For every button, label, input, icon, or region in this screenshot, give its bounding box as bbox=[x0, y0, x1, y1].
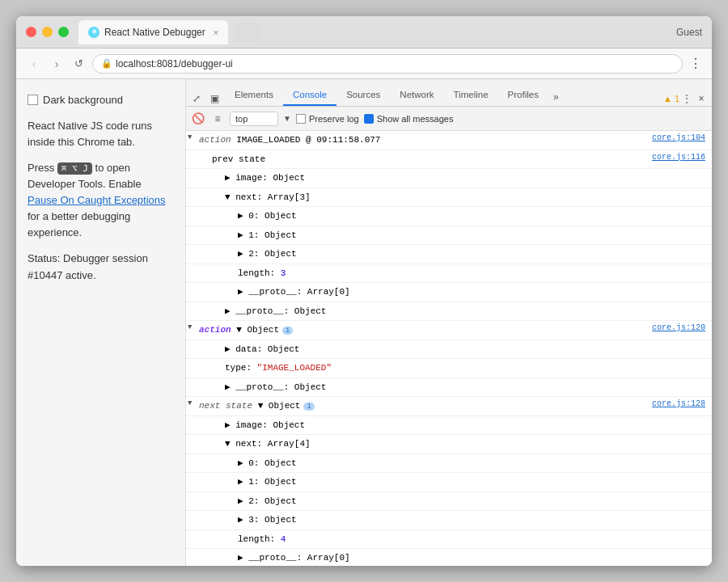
expand-toggle[interactable] bbox=[186, 549, 199, 554]
expand-toggle[interactable]: ▼ bbox=[186, 397, 199, 410]
expand-toggle[interactable] bbox=[186, 454, 199, 459]
tab-elements[interactable]: Elements bbox=[225, 85, 283, 106]
table-row[interactable]: ▶ __proto__: Array[0] bbox=[186, 283, 712, 302]
tab-network[interactable]: Network bbox=[390, 85, 443, 106]
table-row[interactable]: ▶ 2: Object bbox=[186, 245, 712, 264]
expand-toggle[interactable] bbox=[186, 492, 199, 497]
table-row[interactable]: ▶ 2: Object bbox=[186, 492, 712, 512]
entry-body: next state ▼ Objecti bbox=[199, 397, 645, 415]
expand-toggle[interactable] bbox=[186, 302, 199, 307]
minimize-button[interactable] bbox=[42, 27, 53, 37]
entry-body: ▶ 2: Object bbox=[199, 492, 712, 511]
tab-console[interactable]: Console bbox=[283, 85, 336, 106]
expand-toggle[interactable]: ▼ bbox=[186, 131, 199, 144]
reload-button[interactable]: ↺ bbox=[71, 57, 86, 71]
devtools-device-icon[interactable]: ▣ bbox=[207, 91, 222, 106]
expand-toggle[interactable] bbox=[186, 378, 199, 383]
table-row[interactable]: ▼ next: Array[4] bbox=[186, 435, 712, 454]
table-row[interactable]: ▶ image: Object bbox=[186, 416, 712, 436]
table-row[interactable]: ▶ __proto__: Object bbox=[186, 302, 712, 322]
dark-bg-toggle[interactable]: Dark background bbox=[28, 92, 174, 108]
pause-caught-link[interactable]: Pause On Caught Exceptions bbox=[28, 194, 166, 206]
expand-toggle[interactable] bbox=[186, 169, 199, 174]
expand-toggle[interactable] bbox=[186, 435, 199, 440]
console-clear-button[interactable]: 🚫 bbox=[191, 112, 205, 126]
table-row[interactable]: ▶ 0: Object bbox=[186, 207, 712, 226]
expand-toggle[interactable] bbox=[186, 245, 199, 250]
expand-toggle[interactable] bbox=[186, 511, 199, 516]
tab-sources[interactable]: Sources bbox=[336, 85, 390, 106]
warnings-badge[interactable]: ▲ 1 bbox=[663, 94, 679, 103]
table-row[interactable]: length: 3 bbox=[186, 264, 712, 284]
devtools-close-icon[interactable]: × bbox=[694, 91, 709, 106]
table-row[interactable]: ▶ data: Object bbox=[186, 340, 712, 360]
table-row[interactable]: length: 4 bbox=[186, 530, 712, 550]
keyboard-shortcut: ⌘ ⌥ J bbox=[57, 162, 92, 175]
maximize-button[interactable] bbox=[58, 27, 69, 37]
expand-toggle[interactable]: ▼ bbox=[186, 321, 199, 334]
entry-source[interactable]: core.js:120 bbox=[645, 321, 712, 335]
show-all-label[interactable]: Show all messages bbox=[364, 114, 454, 124]
table-row[interactable]: ▶ __proto__: Object bbox=[186, 378, 712, 398]
entry-body: ▶ 0: Object bbox=[199, 207, 712, 226]
entry-source[interactable]: core.js:128 bbox=[645, 397, 712, 411]
expand-toggle[interactable] bbox=[186, 473, 199, 478]
console-filter-arrow[interactable]: ▼ bbox=[283, 114, 291, 123]
table-row[interactable]: ▼action ▼ Objecticore.js:120 bbox=[186, 321, 712, 340]
status-text: Status: Debugger session #10447 active. bbox=[28, 251, 174, 283]
show-all-checkbox[interactable] bbox=[364, 114, 374, 124]
expand-toggle[interactable] bbox=[186, 188, 199, 193]
table-row[interactable]: ▶ 3: Object bbox=[186, 511, 712, 530]
entry-source[interactable]: core.js:104 bbox=[645, 131, 712, 145]
tab-timeline[interactable]: Timeline bbox=[444, 85, 498, 106]
expand-toggle[interactable] bbox=[186, 340, 199, 345]
entry-body: ▶ __proto__: Array[0] bbox=[199, 549, 712, 566]
dark-bg-checkbox[interactable] bbox=[28, 95, 38, 105]
table-row[interactable]: type: "IMAGE_LOADED" bbox=[186, 359, 712, 378]
console-filter-input[interactable] bbox=[230, 112, 278, 126]
entry-body: ▶ __proto__: Array[0] bbox=[199, 283, 712, 302]
expand-toggle[interactable] bbox=[186, 416, 199, 421]
table-row[interactable]: ▶ 0: Object bbox=[186, 454, 712, 474]
tab-profiles[interactable]: Profiles bbox=[498, 85, 548, 106]
table-row[interactable]: ▶ 1: Object bbox=[186, 473, 712, 492]
entry-body: action ▼ Objecti bbox=[199, 321, 645, 340]
table-row[interactable]: ▶ __proto__: Array[0] bbox=[186, 549, 712, 566]
devtools-menu-icon[interactable]: ⋮ bbox=[679, 91, 694, 106]
table-row[interactable]: ▼ next: Array[3] bbox=[186, 188, 712, 208]
browser-menu-button[interactable]: ⋮ bbox=[689, 56, 702, 71]
tab-close-icon[interactable]: × bbox=[214, 27, 218, 37]
close-button[interactable] bbox=[26, 27, 36, 37]
expand-toggle[interactable] bbox=[186, 264, 199, 269]
table-row[interactable]: ▼action IMAGE_LOADED @ 09:11:58.077core.… bbox=[186, 131, 712, 150]
tab-favicon: ⚛ bbox=[88, 27, 99, 38]
entry-source[interactable]: core.js:116 bbox=[645, 150, 712, 164]
left-panel: Dark background React Native JS code run… bbox=[16, 79, 186, 566]
back-button[interactable]: ‹ bbox=[26, 56, 42, 72]
table-row[interactable]: ▼next state ▼ Objecticore.js:128 bbox=[186, 397, 712, 416]
expand-toggle[interactable] bbox=[186, 150, 199, 155]
expand-toggle[interactable] bbox=[186, 283, 199, 288]
window-controls bbox=[26, 27, 69, 37]
description-text: React Native JS code runs inside this Ch… bbox=[28, 118, 174, 150]
entry-body: length: 3 bbox=[199, 264, 712, 283]
table-row[interactable]: ▶ image: Object bbox=[186, 169, 712, 188]
expand-toggle[interactable] bbox=[186, 207, 199, 212]
console-toolbar: 🚫 ≡ ▼ Preserve log Show all messages bbox=[186, 107, 712, 131]
forward-button[interactable]: › bbox=[49, 56, 65, 72]
expand-toggle[interactable] bbox=[186, 226, 199, 231]
table-row[interactable]: ▶ 1: Object bbox=[186, 226, 712, 246]
console-filter-icon[interactable]: ≡ bbox=[210, 112, 225, 126]
preserve-log-checkbox[interactable] bbox=[296, 114, 306, 124]
devtools-cursor-icon[interactable]: ⤢ bbox=[189, 91, 204, 106]
entry-body: ▶ 2: Object bbox=[199, 245, 712, 264]
expand-toggle[interactable] bbox=[186, 530, 199, 535]
devtools-panel: ⤢ ▣ Elements Console Sources Network Tim… bbox=[186, 79, 712, 566]
new-tab-area bbox=[235, 23, 260, 42]
table-row[interactable]: prev statecore.js:116 bbox=[186, 150, 712, 170]
expand-toggle[interactable] bbox=[186, 359, 199, 364]
active-tab[interactable]: ⚛ React Native Debugger × bbox=[78, 20, 228, 44]
more-tabs-button[interactable]: » bbox=[548, 88, 564, 106]
preserve-log-label[interactable]: Preserve log bbox=[296, 114, 359, 124]
url-bar[interactable]: 🔒 localhost:8081/debugger-ui bbox=[92, 54, 683, 74]
